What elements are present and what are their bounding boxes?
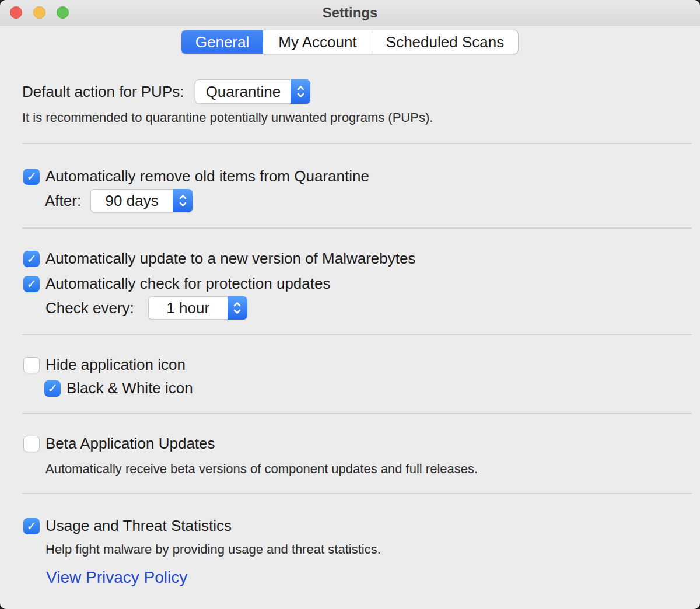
settings-tab-bar: General My Account Scheduled Scans (181, 30, 518, 54)
chevron-up-down-icon (173, 189, 192, 212)
beta-updates-label: Beta Application Updates (46, 435, 215, 453)
auto-remove-quarantine-label: Automatically remove old items from Quar… (46, 167, 369, 186)
title-bar: Settings (0, 0, 700, 26)
auto-update-label: Automatically update to a new version of… (46, 250, 415, 268)
auto-update-checkbox[interactable] (23, 251, 40, 267)
settings-window: Settings General My Account Scheduled Sc… (0, 0, 700, 609)
window-title: Settings (0, 0, 700, 26)
check-every-value: 1 hour (149, 297, 228, 319)
quarantine-after-row: After: 90 days (45, 189, 192, 212)
bw-icon-row: Black & White icon (44, 379, 193, 397)
usage-stats-checkbox[interactable] (23, 518, 40, 534)
hide-app-icon-row: Hide application icon (23, 356, 186, 374)
auto-remove-quarantine-checkbox[interactable] (23, 169, 40, 185)
view-privacy-policy-link[interactable]: View Privacy Policy (46, 568, 187, 587)
check-every-row: Check every: 1 hour (46, 296, 247, 320)
auto-check-updates-checkbox[interactable] (23, 276, 40, 292)
section-divider (22, 413, 692, 414)
check-every-dropdown[interactable]: 1 hour (148, 296, 247, 320)
bw-icon-checkbox[interactable] (44, 380, 61, 397)
usage-stats-help-text: Help fight malware by providing usage an… (46, 542, 381, 557)
beta-help-text: Automatically receive beta versions of c… (46, 461, 478, 477)
beta-updates-row: Beta Application Updates (23, 435, 215, 453)
auto-check-updates-row: Automatically check for protection updat… (23, 275, 330, 293)
pups-action-label: Default action for PUPs: (22, 83, 184, 101)
pups-action-dropdown[interactable]: Quarantine (195, 79, 310, 104)
after-label: After: (45, 192, 81, 210)
auto-check-updates-label: Automatically check for protection updat… (46, 275, 330, 293)
section-divider (22, 334, 692, 335)
usage-stats-row: Usage and Threat Statistics (23, 517, 232, 535)
section-divider (22, 143, 692, 144)
after-value: 90 days (91, 190, 173, 212)
pups-action-row: Default action for PUPs: Quarantine (22, 79, 310, 104)
chevron-up-down-icon (228, 296, 247, 320)
pups-action-value: Quarantine (195, 80, 290, 103)
tab-scheduled-scans[interactable]: Scheduled Scans (372, 30, 518, 54)
tab-my-account[interactable]: My Account (263, 30, 372, 54)
check-every-label: Check every: (46, 299, 134, 317)
tab-general[interactable]: General (181, 30, 263, 54)
hide-app-icon-label: Hide application icon (46, 356, 186, 374)
bw-icon-label: Black & White icon (66, 379, 193, 397)
section-divider (22, 493, 692, 494)
section-divider (22, 228, 692, 229)
usage-stats-label: Usage and Threat Statistics (46, 517, 232, 535)
hide-app-icon-checkbox[interactable] (23, 357, 40, 373)
pups-help-text: It is recommended to quarantine potentia… (22, 110, 433, 125)
chevron-up-down-icon (290, 79, 310, 104)
auto-update-row: Automatically update to a new version of… (23, 250, 415, 268)
auto-remove-quarantine-row: Automatically remove old items from Quar… (23, 167, 369, 186)
beta-updates-checkbox[interactable] (23, 436, 40, 452)
after-dropdown[interactable]: 90 days (90, 189, 192, 212)
